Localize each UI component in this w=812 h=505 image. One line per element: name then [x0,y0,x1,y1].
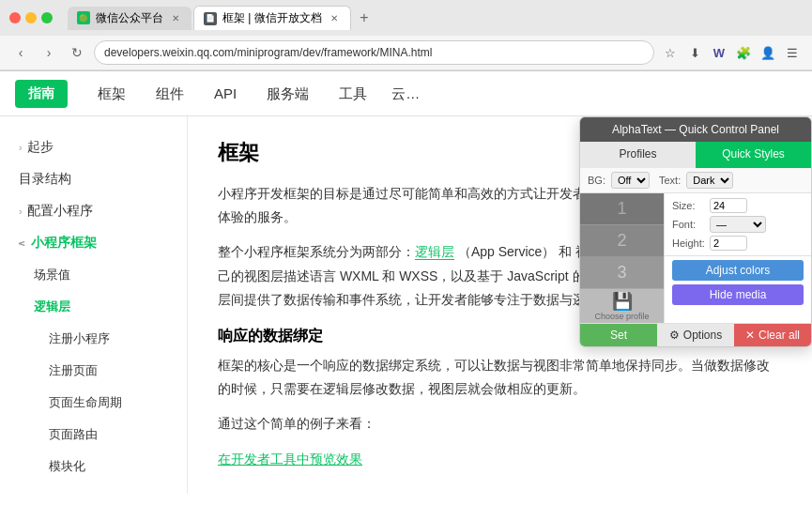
height-label: Height: [672,237,706,249]
nav-server[interactable]: 服务端 [252,71,324,116]
forward-button[interactable]: › [38,41,60,64]
panel-header: AlphaText — Quick Control Panel [580,117,811,142]
sidebar-label-scene: 场景值 [34,267,70,283]
slot-2-label: 2 [617,231,626,251]
chevron-config: › [19,207,22,217]
logic-layer-link[interactable]: 逻辑层 [415,244,454,260]
set-button[interactable]: Set [580,324,657,346]
alphatext-panel: AlphaText — Quick Control Panel Profiles… [579,116,812,347]
options-label: Options [683,329,722,342]
slot-3[interactable]: 3 [580,257,664,289]
nav-components[interactable]: 组件 [141,71,199,116]
text-label: Text: [659,175,681,186]
size-row: Size: [672,198,804,213]
extension2-icon[interactable]: 🧩 [733,42,754,63]
gear-icon: ⚙ [669,329,680,342]
address-bar[interactable]: developers.weixin.qq.com/miniprogram/dev… [94,40,654,65]
tab-framework-docs[interactable]: 📄 框架 | 微信开放文档 ✕ [193,6,351,30]
account-icon[interactable]: 👤 [758,42,778,63]
sidebar-item-lifecycle[interactable]: 页面生命周期 [0,387,187,419]
tab-profiles[interactable]: Profiles [580,142,696,168]
bookmark-icon[interactable]: ☆ [660,42,681,63]
titlebar: 🟢 微信公众平台 ✕ 📄 框架 | 微信开放文档 ✕ + [0,0,812,36]
slot-1[interactable]: 1 [580,193,664,225]
minimize-button[interactable] [25,12,37,23]
panel-action-buttons: Adjust colors Hide media [665,256,811,309]
sidebar-item-routing[interactable]: 页面路由 [0,419,187,451]
nav-framework[interactable]: 框架 [83,71,141,116]
reload-button[interactable]: ↻ [66,41,88,64]
sidebar-label-lifecycle: 页面生命周期 [49,394,122,411]
tab-wechat-platform[interactable]: 🟢 微信公众平台 ✕ [68,7,192,30]
bg-text-row: BG: Off On Text: Dark Light [580,168,811,193]
window-controls [9,12,53,23]
save-icon: 💾 [612,291,633,312]
sidebar-label-routing: 页面路由 [49,426,98,443]
size-input[interactable] [710,198,747,213]
sidebar-label-logic: 逻辑层 [34,298,70,315]
tab-close-2[interactable]: ✕ [328,12,341,25]
back-button[interactable]: ‹ [9,41,32,64]
slot-2[interactable]: 2 [580,225,664,257]
height-input[interactable] [710,236,747,251]
sidebar-item-config[interactable]: › 配置小程序 [0,195,187,227]
adjust-colors-button[interactable]: Adjust colors [672,260,804,281]
height-row: Height: [672,236,804,251]
extension-icon[interactable]: W [709,42,729,63]
sidebar-label-modules: 模块化 [49,458,85,475]
sidebar-item-qibu[interactable]: › 起步 [0,131,187,163]
preview-link: 在开发者工具中预览效果 [218,448,782,471]
address-text: developers.weixin.qq.com/miniprogram/dev… [104,46,432,59]
sidebar: › 起步 目录结构 › 配置小程序 ∨ 小程序框架 场景值 逻辑层 注册小程序 … [0,116,188,494]
paragraph-4: 通过这个简单的例子来看： [218,412,782,436]
panel-tabs: Profiles Quick Styles [580,142,811,168]
close-button[interactable] [9,12,21,23]
tab-favicon-1: 🟢 [77,11,90,24]
text-select[interactable]: Dark Light [686,172,733,189]
sidebar-item-scene[interactable]: 场景值 [0,259,187,291]
tab-label-2: 框架 | 微信开放文档 [222,10,322,26]
sidebar-item-framework[interactable]: ∨ 小程序框架 [0,227,187,259]
sidebar-item-modules[interactable]: 模块化 [0,451,187,482]
sidebar-label-register-page: 注册页面 [49,362,98,379]
sidebar-item-logic[interactable]: 逻辑层 [0,291,187,323]
slot-3-label: 3 [617,263,626,283]
sidebar-item-directory[interactable]: 目录结构 [0,163,187,195]
bg-label: BG: [588,175,605,186]
font-select[interactable]: — [710,216,766,233]
sidebar-item-register-app[interactable]: 注册小程序 [0,323,187,355]
sidebar-label-qibu: 起步 [27,139,54,156]
nav-api[interactable]: API [199,71,252,116]
nav-cloud[interactable]: 云… [382,71,429,116]
size-font-height: Size: Font: — Height: [665,193,811,256]
nav-tools[interactable]: 工具 [324,71,382,116]
x-icon: ✕ [745,329,755,342]
toolbar-icons: ☆ ⬇ W 🧩 👤 ☰ [660,42,803,63]
sidebar-label-directory: 目录结构 [19,171,71,188]
download-icon[interactable]: ⬇ [684,42,705,63]
clear-all-button[interactable]: ✕ Clear all [734,324,811,346]
paragraph-3: 框架的核心是一个响应的数据绑定系统，可以让数据与视图非常简单地保持同步。当做数据… [218,354,782,401]
add-tab-button[interactable]: + [353,7,375,29]
font-row: Font: — [672,216,804,233]
chevron-framework: ∨ [17,240,27,247]
hide-media-button[interactable]: Hide media [672,284,804,305]
maximize-button[interactable] [41,12,53,23]
bg-select[interactable]: Off On [611,172,650,189]
tab-quick-styles[interactable]: Quick Styles [696,142,811,168]
tab-close-1[interactable]: ✕ [169,11,182,24]
tab-label-1: 微信公众平台 [96,10,163,26]
choose-profile-label: Choose profile [594,312,649,321]
font-label: Font: [672,219,706,230]
sidebar-item-register-page[interactable]: 注册页面 [0,355,187,387]
tab-favicon-2: 📄 [204,12,217,25]
sidebar-label-framework: 小程序框架 [31,235,97,252]
preview-link-text[interactable]: 在开发者工具中预览效果 [218,451,362,467]
main-content: 框架 小程序开发框架的目标是通过尽可能简单和高效的方式让开发者可以在微信中开发具… [188,116,812,494]
browser-chrome: 🟢 微信公众平台 ✕ 📄 框架 | 微信开放文档 ✕ + ‹ › ↻ devel… [0,0,812,71]
browser-toolbar: ‹ › ↻ developers.weixin.qq.com/miniprogr… [0,36,812,70]
options-button[interactable]: ⚙ Options [657,324,734,346]
menu-icon[interactable]: ☰ [782,42,803,63]
nav-logo[interactable]: 指南 [15,80,68,108]
choose-profile-btn[interactable]: 💾 Choose profile [580,289,664,323]
